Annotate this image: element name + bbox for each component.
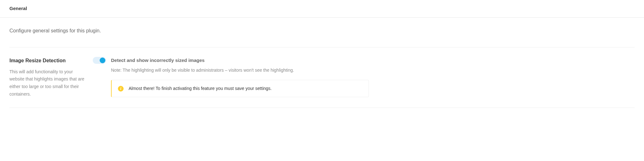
section-content: Configure general settings for this plug… <box>0 18 644 108</box>
setting-row: Image Resize Detection This will add fun… <box>9 47 635 108</box>
divider <box>9 108 635 108</box>
section-header: General <box>0 0 644 18</box>
toggle-knob <box>100 58 105 63</box>
save-notice: i Almost there! To finish activating thi… <box>111 80 369 97</box>
section-intro: Configure general settings for this plug… <box>9 27 635 35</box>
setting-right: Detect and show incorrectly sized images… <box>93 57 635 98</box>
setting-description: This will add functionality to your webs… <box>9 68 86 98</box>
info-icon: i <box>118 86 124 92</box>
section-title: General <box>9 0 27 17</box>
setting-title: Image Resize Detection <box>9 57 86 64</box>
setting-left: Image Resize Detection This will add fun… <box>9 57 93 98</box>
toggle-note: Note: The highlighting will only be visi… <box>111 67 635 74</box>
toggle-label: Detect and show incorrectly sized images <box>111 57 205 64</box>
notice-text: Almost there! To finish activating this … <box>129 85 272 92</box>
resize-detection-toggle[interactable] <box>93 57 106 64</box>
toggle-row: Detect and show incorrectly sized images <box>93 57 635 64</box>
